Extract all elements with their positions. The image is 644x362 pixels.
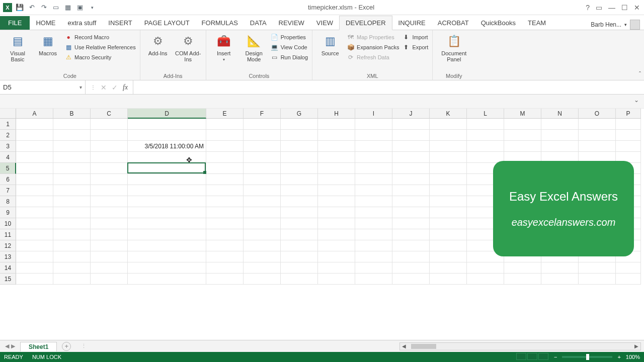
cell-H13[interactable] [318,251,355,262]
cell-I10[interactable] [355,218,392,229]
cell-C2[interactable] [91,130,128,141]
qa-more-icon[interactable]: ▾ [88,3,97,12]
cell-E11[interactable] [206,229,244,240]
cell-K8[interactable] [430,196,467,207]
cell-H7[interactable] [318,185,355,196]
select-all-corner[interactable] [0,109,16,119]
column-header[interactable]: K [430,109,467,119]
cell-A7[interactable] [16,185,53,196]
cell-C14[interactable] [91,262,128,274]
cell-B3[interactable] [53,141,91,152]
cell-E13[interactable] [206,251,244,262]
cell-B14[interactable] [53,262,91,274]
cell-D15[interactable] [128,274,206,285]
cell-G3[interactable] [281,141,318,152]
tab-acrobat[interactable]: ACROBAT [432,16,475,30]
cell-G9[interactable] [281,207,318,218]
cell-F7[interactable] [244,185,281,196]
sheet-nav[interactable]: ◀▶ [0,343,20,349]
com-addins-button[interactable]: ⚙ COM Add-Ins [175,32,202,62]
row-header[interactable]: 11 [0,229,16,240]
cell-G10[interactable] [281,218,318,229]
macros-button[interactable]: ▦ Macros [34,32,61,56]
cell-P2[interactable] [616,130,641,141]
cell-A2[interactable] [16,130,53,141]
design-mode-button[interactable]: 📐 Design Mode [240,32,268,62]
cell-K6[interactable] [430,174,467,185]
cell-F2[interactable] [244,130,281,141]
collapse-ribbon-icon[interactable]: ˆ [639,71,641,78]
cell-E10[interactable] [206,218,244,229]
cell-F12[interactable] [244,240,281,251]
cell-H3[interactable] [318,141,355,152]
row-header[interactable]: 10 [0,218,16,229]
properties-button[interactable]: 📄Properties [271,33,308,41]
column-header[interactable]: C [91,109,128,119]
cell-J7[interactable] [392,185,430,196]
tab-home[interactable]: HOME [30,16,61,30]
cell-A11[interactable] [16,229,53,240]
cell-H5[interactable] [318,163,355,174]
tab-extra-stuff[interactable]: extra stuff [61,16,102,30]
cell-J11[interactable] [392,229,430,240]
add-sheet-button[interactable]: + [62,342,71,351]
hscroll-right-icon[interactable]: ▶ [632,343,640,349]
cell-O15[interactable] [579,274,616,285]
user-area[interactable]: Barb Hen... ▾ [591,20,644,30]
macro-security-button[interactable]: ⚠Macro Security [64,53,136,61]
cell-H1[interactable] [318,119,355,130]
cell-I14[interactable] [355,262,392,274]
qa-icon-2[interactable]: ▣ [75,3,85,12]
cell-F5[interactable] [244,163,281,174]
qa-icon-1[interactable]: ▦ [63,3,72,12]
tab-file[interactable]: FILE [0,16,30,30]
cell-J5[interactable] [392,163,430,174]
cell-I12[interactable] [355,240,392,251]
addins-button[interactable]: ⚙ Add-Ins [144,32,172,56]
cell-G15[interactable] [281,274,318,285]
row-header[interactable]: 9 [0,207,16,218]
cell-A9[interactable] [16,207,53,218]
cell-K9[interactable] [430,207,467,218]
cell-E3[interactable] [206,141,244,152]
cell-L1[interactable] [467,119,504,130]
map-properties-button[interactable]: 🗺Map Properties [347,33,399,41]
row-headers[interactable]: 123456789101112131415 [0,119,16,340]
tab-inquire[interactable]: INQUIRE [392,16,432,30]
cell-L14[interactable] [467,262,504,274]
cell-E2[interactable] [206,130,244,141]
cell-G12[interactable] [281,240,318,251]
cell-D9[interactable] [128,207,206,218]
cell-E6[interactable] [206,174,244,185]
row-header[interactable]: 1 [0,119,16,130]
cell-A14[interactable] [16,262,53,274]
cell-A8[interactable] [16,196,53,207]
cell-A13[interactable] [16,251,53,262]
use-relative-button[interactable]: ▦Use Relative References [64,43,136,51]
cell-K15[interactable] [430,274,467,285]
cell-D5[interactable] [128,163,206,174]
cell-I15[interactable] [355,274,392,285]
cell-N14[interactable] [541,262,579,274]
document-panel-button[interactable]: 📋 Document Panel [437,32,471,62]
column-header[interactable]: E [206,109,244,119]
cell-B10[interactable] [53,218,91,229]
cell-D8[interactable] [128,196,206,207]
cell-B5[interactable] [53,163,91,174]
refresh-data-button[interactable]: ⟳Refresh Data [347,53,399,61]
expand-formula-icon[interactable]: ⌄ [634,97,639,104]
ribbon-options-icon[interactable]: ▭ [596,4,602,12]
cell-F1[interactable] [244,119,281,130]
cell-F9[interactable] [244,207,281,218]
row-header[interactable]: 4 [0,152,16,163]
column-header[interactable]: H [318,109,355,119]
cell-H4[interactable] [318,152,355,163]
cell-D14[interactable] [128,262,206,274]
user-dropdown-icon[interactable]: ▾ [624,22,627,27]
cell-I3[interactable] [355,141,392,152]
cell-J12[interactable] [392,240,430,251]
zoom-level[interactable]: 100% [626,354,640,360]
cell-J13[interactable] [392,251,430,262]
cell-F4[interactable] [244,152,281,163]
cell-G2[interactable] [281,130,318,141]
